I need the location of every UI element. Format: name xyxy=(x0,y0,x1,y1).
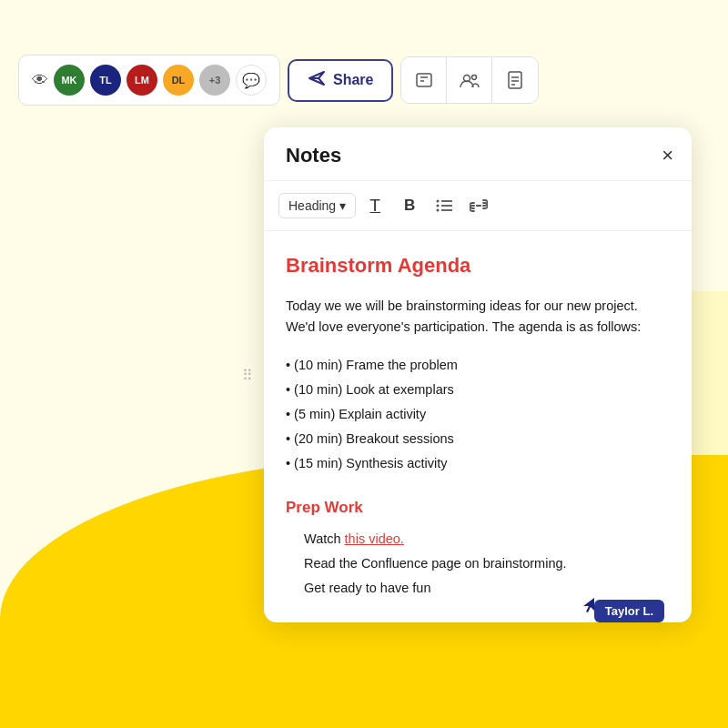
svg-point-5 xyxy=(471,76,476,80)
cursor-arrow-icon xyxy=(581,596,596,619)
bold-format-button[interactable]: B xyxy=(394,190,425,221)
toolbar-right-group xyxy=(400,56,539,104)
notes-header: Notes × xyxy=(264,127,692,181)
people-button[interactable] xyxy=(447,57,492,103)
cursor-tooltip: Taylor L. xyxy=(581,596,664,622)
top-toolbar: 👁 MK TL LM DL +3 💬 Share xyxy=(18,55,539,106)
svg-rect-6 xyxy=(509,72,521,88)
drag-handle[interactable]: ⠿ xyxy=(242,367,253,384)
format-toolbar: Heading ▾ T B xyxy=(264,181,692,231)
chat-button[interactable]: 💬 xyxy=(236,65,267,96)
avatar-more[interactable]: +3 xyxy=(199,65,230,96)
heading-label: Heading xyxy=(288,198,336,213)
prep-list: Watch this video. Read the Confluence pa… xyxy=(286,527,670,602)
notes-body-paragraph: Today we we will be brainstorming ideas … xyxy=(286,296,670,338)
svg-rect-1 xyxy=(417,74,431,86)
notes-main-heading: Brainstorm Agenda xyxy=(286,249,670,281)
quote-button[interactable] xyxy=(401,57,447,103)
avatar-tl[interactable]: TL xyxy=(90,65,121,96)
video-link[interactable]: this video. xyxy=(345,531,404,546)
link-format-button[interactable] xyxy=(463,190,494,221)
list-item: (10 min) Look at exemplars xyxy=(286,378,670,402)
prep-item-2: Read the Confluence page on brainstormin… xyxy=(304,551,670,576)
svg-point-14 xyxy=(437,205,440,207)
notes-content: Brainstorm Agenda Today we we will be br… xyxy=(264,231,692,622)
agenda-list: (10 min) Frame the problem (10 min) Look… xyxy=(286,353,670,477)
list-item: (15 min) Synthesis activity xyxy=(286,451,670,476)
text-format-button[interactable]: T xyxy=(359,190,390,221)
notes-panel: ⠿ Notes × Heading ▾ T B xyxy=(264,127,692,622)
cursor-user-label: Taylor L. xyxy=(594,600,664,622)
svg-point-13 xyxy=(437,200,440,203)
prep-item-1: Watch this video. xyxy=(304,527,670,551)
share-label: Share xyxy=(333,72,373,88)
avatar-lm[interactable]: LM xyxy=(126,65,157,96)
avatar-dl[interactable]: DL xyxy=(163,65,194,96)
notes-content-wrapper: Brainstorm Agenda Today we we will be br… xyxy=(264,231,692,622)
svg-point-15 xyxy=(437,209,440,212)
dropdown-arrow-icon: ▾ xyxy=(339,198,346,213)
toolbar-left-group: 👁 MK TL LM DL +3 💬 xyxy=(18,55,280,106)
share-button[interactable]: Share xyxy=(288,59,393,102)
heading-selector[interactable]: Heading ▾ xyxy=(278,193,356,218)
avatar-mk[interactable]: MK xyxy=(54,65,85,96)
list-item: (5 min) Explain activity xyxy=(286,402,670,427)
close-button[interactable]: × xyxy=(662,146,673,166)
prep-heading: Prep Work xyxy=(286,495,670,520)
eye-icon: 👁 xyxy=(32,71,48,90)
list-item: (10 min) Frame the problem xyxy=(286,353,670,378)
send-icon xyxy=(308,70,326,91)
doc-button[interactable] xyxy=(492,57,538,103)
list-item: (20 min) Breakout sessions xyxy=(286,427,670,451)
notes-title: Notes xyxy=(286,144,341,167)
list-format-button[interactable] xyxy=(429,190,460,221)
